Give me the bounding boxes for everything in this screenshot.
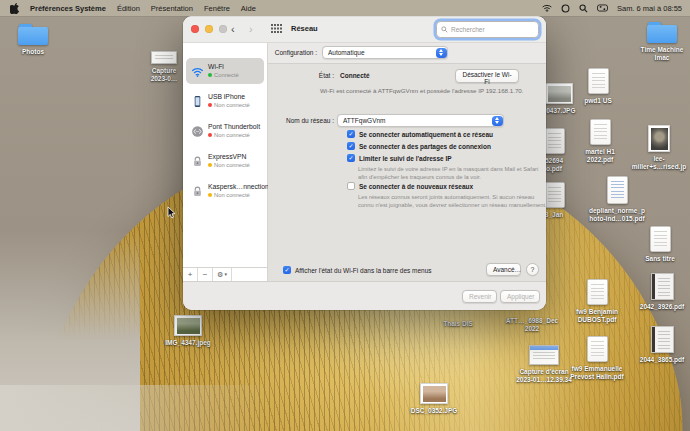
- desktop-icon-label: 2044_3865.pdf: [640, 356, 684, 364]
- circle-status-icon[interactable]: [561, 4, 570, 13]
- minimize-button[interactable]: [205, 25, 213, 33]
- network-name-popup[interactable]: ATTFqwGVnm: [337, 114, 504, 127]
- wifi-settings-panel: État : Connecté Désactiver le Wi-Fi Wi-F…: [268, 63, 546, 281]
- portrait-photo-icon: [648, 125, 670, 152]
- mouse-cursor: [167, 205, 176, 223]
- checkbox-row-se-connecter-des-partages-de-connexion: Se connecter à des partages de connexion: [347, 142, 491, 150]
- checkbox[interactable]: [347, 130, 355, 138]
- desktop-icon-photos[interactable]: Photos: [1, 21, 65, 56]
- service-status: Connecté: [208, 72, 239, 79]
- desktop-icon-label: Capture d'écran 2023-01…12.39.34: [516, 368, 572, 384]
- sidebar-item-kaspersk-nnection[interactable]: Kaspersk…nnectionNon connecté: [186, 178, 264, 204]
- search-icon[interactable]: [579, 4, 588, 13]
- show-wifi-label: Afficher l'état du Wi-Fi dans la barre d…: [295, 267, 432, 274]
- service-status: Non connecté: [208, 132, 260, 139]
- show-all-grid-icon[interactable]: [271, 24, 282, 34]
- sidebar-item-pont-thunderbolt[interactable]: Pont ThunderboltNon connecté: [186, 118, 264, 144]
- configuration-popup[interactable]: Automatique: [322, 46, 448, 59]
- bridge-icon: [190, 124, 204, 138]
- pdf-document-icon: [607, 176, 628, 204]
- wifi-icon[interactable]: [542, 4, 552, 12]
- revert-button[interactable]: Revenir: [462, 290, 497, 303]
- status-label: État :: [268, 72, 334, 79]
- checkbox-row-se-connecter-automatiquement-ce-r-seau: Se connecter automatiquement à ce réseau: [347, 130, 493, 138]
- traffic-lights: [191, 25, 227, 33]
- add-service-button[interactable]: +: [183, 268, 198, 281]
- desktop-icon-img-4347-jpeg[interactable]: IMG_4347.jpeg: [156, 312, 220, 347]
- service-status: Non connecté: [208, 102, 250, 109]
- status-value: Connecté: [340, 72, 370, 79]
- sidebar-item-expressvpn[interactable]: ExpressVPNNon connecté: [186, 148, 264, 174]
- desktop-icon-label: fw9 Benjamin DUBOST.pdf: [576, 308, 618, 324]
- remove-service-button[interactable]: −: [198, 268, 213, 281]
- desktop-icon-label: Capture 2023-0…: [151, 67, 178, 83]
- desktop-icon-sans-titre[interactable]: Sans titre: [628, 228, 690, 263]
- services-sidebar: Wi-FiConnectéUSB iPhoneNon connectéPont …: [183, 43, 268, 281]
- help-button[interactable]: ?: [526, 263, 539, 276]
- desktop-icon-label: 52694 o.pdf: [545, 157, 563, 173]
- back-button[interactable]: ‹: [231, 16, 235, 42]
- desktop-icon-label: DSC_0352.JPG: [411, 407, 458, 415]
- desktop-icon-fw9-benjamin[interactable]: fw9 Benjamin DUBOST.pdf: [565, 281, 629, 324]
- document-icon: [650, 226, 671, 252]
- desktop-icon-depliant-norme-p[interactable]: depliant_norme_p hoto-ind…015.pdf: [585, 180, 649, 223]
- gear-icon: ⚙: [217, 271, 223, 278]
- disable-wifi-button[interactable]: Désactiver le Wi-Fi: [455, 69, 519, 83]
- menu-bar-clock[interactable]: Sam. 6 mai à 08:55: [617, 4, 682, 13]
- photo-icon: [420, 383, 448, 404]
- desktop-icon-label: Time Machine Imac: [641, 46, 684, 62]
- checkbox[interactable]: [347, 154, 355, 162]
- sidebar-item-wi-fi[interactable]: Wi-FiConnecté: [186, 58, 264, 84]
- photo-icon: [174, 315, 202, 336]
- apply-button[interactable]: Appliquer: [500, 290, 540, 303]
- document-icon: [587, 279, 608, 305]
- checkbox-help-text: Limitez le suivi de votre adresse IP en …: [358, 165, 546, 182]
- close-button[interactable]: [191, 25, 199, 33]
- document-icon: [587, 336, 608, 362]
- menu-item-aide[interactable]: Aide: [241, 4, 256, 13]
- search-field[interactable]: [436, 21, 539, 38]
- sidebar-footer: +−⚙▾: [183, 267, 267, 281]
- menu-item-pr-f-rences-syst-me[interactable]: Préférences Système: [30, 4, 106, 13]
- desktop-icon-label: 8_Jan: [545, 211, 563, 219]
- apple-logo-icon[interactable]: [10, 3, 19, 14]
- service-actions-button[interactable]: ⚙▾: [213, 268, 232, 281]
- show-wifi-checkbox[interactable]: [283, 266, 291, 274]
- menu-item-fen-tre[interactable]: Fenêtre: [204, 4, 230, 13]
- menu-item-dition[interactable]: Édition: [117, 4, 140, 13]
- desktop-icon-label: lee- miller+s…rised.jp: [632, 155, 686, 171]
- checkbox[interactable]: [347, 142, 355, 150]
- folder-icon: [18, 24, 48, 45]
- zoom-button: [219, 25, 227, 33]
- window-title: Réseau: [291, 16, 318, 42]
- desktop-icon-label: depliant_norme_p hoto-ind…015.pdf: [589, 207, 645, 223]
- checkbox[interactable]: [347, 182, 355, 190]
- desktop-icon-lee[interactable]: lee- miller+s…rised.jp: [627, 128, 690, 171]
- desktop-icon-capture-d-cran[interactable]: Capture d'écran 2023-01…12.39.34: [512, 341, 576, 384]
- desktop-icon-2042-3926-pdf[interactable]: 2042_3926.pdf: [630, 276, 690, 311]
- screenshot-icon: [529, 345, 559, 365]
- desktop-icon-time-machine[interactable]: Time Machine Imac: [630, 19, 690, 62]
- desktop-icon-2044-3865-pdf[interactable]: 2044_3865.pdf: [630, 329, 690, 364]
- sidebar-item-usb-iphone[interactable]: USB iPhoneNon connecté: [186, 88, 264, 114]
- desktop-icon-label: fw9 Emmanuelle Prevost Halin.pdf: [570, 365, 623, 381]
- lock-icon: [190, 154, 204, 168]
- control-center-icon[interactable]: [597, 4, 608, 12]
- folder-icon: [647, 22, 677, 43]
- network-name-label: Nom du réseau :: [268, 117, 334, 124]
- photo-icon: [545, 83, 573, 104]
- forward-button[interactable]: ›: [249, 16, 253, 42]
- document-icon: [544, 128, 565, 154]
- service-status: Non connecté: [208, 162, 250, 169]
- menu-item-pr-sentation[interactable]: Présentation: [151, 4, 193, 13]
- desktop-icon-label: Sans titre: [645, 255, 675, 263]
- desktop-icon-dsc-0352-jpg[interactable]: DSC_0352.JPG: [402, 380, 466, 415]
- show-wifi-menubar-row: Afficher l'état du Wi-Fi dans la barre d…: [283, 266, 432, 274]
- checkbox-row-se-connecter-de-nouveaux-r-seaux: Se connecter à de nouveaux réseaux: [347, 182, 473, 190]
- status-description: Wi-Fi est connecté à ATTFqwGVnm et possè…: [320, 86, 530, 95]
- checkbox-help-text: Les réseaux connus seront joints automat…: [358, 193, 546, 210]
- checkbox-row-limiter-le-suivi-de-l-adresse-ip: Limiter le suivi de l'adresse IP: [347, 154, 452, 162]
- advanced-button[interactable]: Avancé…: [486, 263, 521, 276]
- window-titlebar[interactable]: ‹ › Réseau: [183, 16, 546, 43]
- search-input[interactable]: [451, 26, 534, 33]
